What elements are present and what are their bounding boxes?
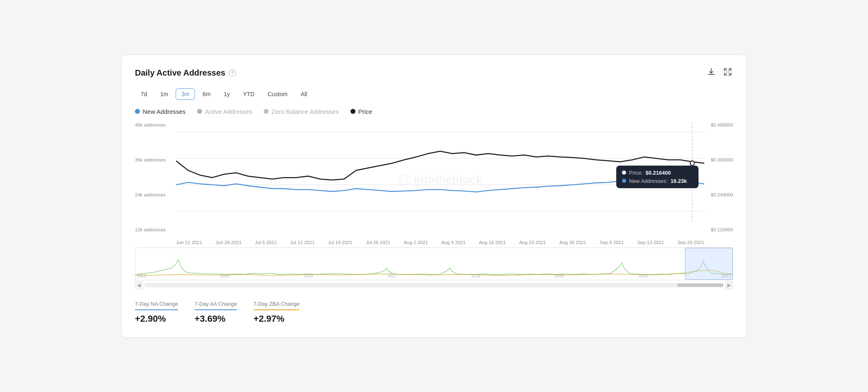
x-axis-label-6: Aug 2 2021 bbox=[404, 240, 428, 245]
legend-label-1: Active Addresses bbox=[205, 108, 252, 115]
stat-value-0: +2.90% bbox=[135, 314, 178, 324]
tooltip-price-value: $0.216400 bbox=[645, 170, 671, 176]
main-card: Daily Active Addresses ? 7d1m3m6m1yYTDCu… bbox=[121, 55, 747, 338]
y-axis-right-label-0: $0.480000 bbox=[711, 122, 733, 127]
time-btn-1m[interactable]: 1m bbox=[155, 88, 174, 100]
minimap-year-2016: 2016 bbox=[304, 274, 313, 278]
y-axis-right-label-1: $0.360000 bbox=[711, 157, 733, 162]
scroll-thumb[interactable] bbox=[677, 284, 723, 287]
x-axis-label-1: Jun 28 2021 bbox=[216, 240, 241, 245]
minimap-year-2019: 2019 bbox=[555, 274, 564, 278]
legend-item-2[interactable]: Zero Balance Addresses bbox=[264, 108, 339, 115]
tooltip-addr-value: 16.23k bbox=[671, 178, 687, 184]
x-axis: Jun 21 2021Jun 28 2021Jul 5 2021Jul 12 2… bbox=[176, 238, 704, 245]
download-button[interactable] bbox=[706, 67, 717, 79]
y-axis-left-label-0: 48k addresses bbox=[135, 122, 166, 127]
x-axis-label-10: Aug 30 2021 bbox=[559, 240, 586, 245]
x-axis-label-2: Jul 5 2021 bbox=[255, 240, 277, 245]
x-axis-label-13: Sep 20 2021 bbox=[678, 240, 704, 245]
minimap-year-2014: 2014 bbox=[137, 274, 146, 278]
tooltip-addr-dot bbox=[622, 179, 626, 183]
time-btn-6m[interactable]: 6m bbox=[197, 88, 216, 100]
time-filters: 7d1m3m6m1yYTDCustomAll bbox=[135, 88, 733, 100]
stat-label-0: 7-Day NA Change bbox=[135, 301, 178, 307]
stat-label-1: 7-Day AA Change bbox=[195, 301, 237, 307]
x-axis-label-5: Jul 26 2021 bbox=[366, 240, 390, 245]
y-axis-left-label-3: 12k addresses bbox=[135, 227, 166, 232]
stat-label-2: 7-Day ZBA Change bbox=[253, 301, 299, 307]
minimap-year-2020: 2020 bbox=[638, 274, 648, 278]
title-row: Daily Active Addresses ? bbox=[135, 68, 236, 78]
legend-item-1[interactable]: Active Addresses bbox=[197, 108, 252, 115]
main-chart: intotheblock bbox=[176, 122, 704, 238]
legend-label-0: New Addresses bbox=[143, 108, 186, 115]
time-btn-7d[interactable]: 7d bbox=[135, 88, 153, 100]
scroll-track[interactable] bbox=[144, 283, 724, 287]
minimap-years: 20142015201620172018201920202021 bbox=[135, 274, 733, 278]
tooltip-addr-row: New Addresses: 16.23k bbox=[622, 178, 693, 184]
y-axis-left-label-1: 36k addresses bbox=[135, 157, 166, 162]
stat-item-1: 7-Day AA Change+3.69% bbox=[195, 301, 237, 324]
svg-point-13 bbox=[690, 161, 694, 166]
y-axis-right-label-2: $0.240000 bbox=[711, 192, 733, 197]
help-icon[interactable]: ? bbox=[229, 69, 236, 76]
time-btn-custom[interactable]: Custom bbox=[262, 88, 293, 100]
x-axis-label-4: Jul 19 2021 bbox=[328, 240, 352, 245]
stat-underline-2 bbox=[253, 309, 299, 310]
header-icons bbox=[706, 67, 733, 79]
stat-underline-1 bbox=[195, 309, 237, 310]
y-axis-right-label-3: $0.120000 bbox=[711, 227, 733, 232]
legend-dot-1 bbox=[197, 109, 202, 114]
time-btn-all[interactable]: All bbox=[295, 88, 313, 100]
legend-label-2: Zero Balance Addresses bbox=[272, 108, 339, 115]
minimap[interactable]: 20142015201620172018201920202021 bbox=[135, 247, 733, 280]
expand-button[interactable] bbox=[722, 67, 733, 79]
legend-item-3[interactable]: Price bbox=[350, 108, 372, 115]
y-axis-left: 48k addresses36k addresses24k addresses1… bbox=[135, 122, 166, 233]
x-axis-label-11: Sep 6 2021 bbox=[600, 240, 624, 245]
x-axis-label-9: Aug 23 2021 bbox=[519, 240, 546, 245]
legend-label-3: Price bbox=[358, 108, 372, 115]
y-axis-right: $0.480000$0.360000$0.240000$0.120000 bbox=[711, 122, 733, 233]
legend-dot-2 bbox=[264, 109, 269, 114]
time-btn-3m[interactable]: 3m bbox=[176, 88, 195, 100]
stat-value-2: +2.97% bbox=[253, 314, 299, 324]
legend-item-0[interactable]: New Addresses bbox=[135, 108, 186, 115]
scrollbar: ◀ ▶ bbox=[135, 281, 733, 289]
stat-item-0: 7-Day NA Change+2.90% bbox=[135, 301, 178, 324]
legend-dot-0 bbox=[135, 109, 140, 114]
chart-wrapper: 48k addresses36k addresses24k addresses1… bbox=[135, 122, 733, 245]
time-btn-ytd[interactable]: YTD bbox=[237, 88, 260, 100]
x-axis-label-8: Aug 16 2021 bbox=[479, 240, 506, 245]
tooltip: Price: $0.216400 New Addresses: 16.23k bbox=[616, 166, 699, 188]
x-axis-label-0: Jun 21 2021 bbox=[176, 240, 202, 245]
x-axis-label-7: Aug 9 2021 bbox=[441, 240, 466, 245]
legend: New AddressesActive AddressesZero Balanc… bbox=[135, 108, 733, 115]
minimap-selection[interactable] bbox=[685, 248, 733, 280]
x-axis-label-12: Sep 13 2021 bbox=[637, 240, 664, 245]
minimap-year-2015: 2015 bbox=[220, 274, 230, 278]
stat-value-1: +3.69% bbox=[195, 314, 237, 324]
stat-item-2: 7-Day ZBA Change+2.97% bbox=[253, 301, 299, 324]
page-title: Daily Active Addresses bbox=[135, 68, 225, 78]
legend-dot-3 bbox=[350, 109, 355, 114]
stats-row: 7-Day NA Change+2.90%7-Day AA Change+3.6… bbox=[135, 301, 733, 324]
tooltip-price-label: Price: bbox=[629, 170, 643, 176]
tooltip-price-dot bbox=[622, 171, 626, 175]
tooltip-price-row: Price: $0.216400 bbox=[622, 170, 693, 176]
time-btn-1y[interactable]: 1y bbox=[218, 88, 236, 100]
x-axis-label-3: Jul 12 2021 bbox=[290, 240, 314, 245]
tooltip-addr-label: New Addresses: bbox=[629, 178, 668, 184]
scroll-left-arrow[interactable]: ◀ bbox=[135, 281, 143, 289]
minimap-year-2018: 2018 bbox=[471, 274, 480, 278]
stat-underline-0 bbox=[135, 309, 178, 310]
y-axis-left-label-2: 24k addresses bbox=[135, 192, 166, 197]
minimap-year-2017: 2017 bbox=[388, 274, 397, 278]
scroll-right-arrow[interactable]: ▶ bbox=[725, 281, 733, 289]
card-header: Daily Active Addresses ? bbox=[135, 67, 733, 79]
